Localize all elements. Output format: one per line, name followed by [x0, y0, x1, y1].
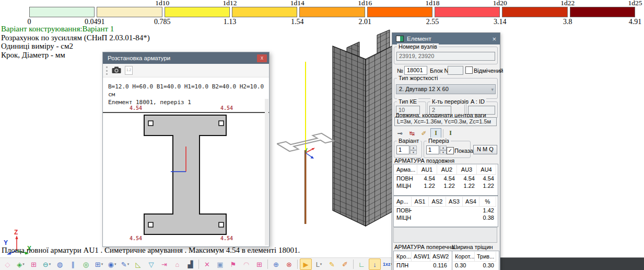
axis-z-label: Z	[14, 229, 18, 236]
axes-icon[interactable]: ∟	[356, 258, 368, 270]
section-drawing: 4.54 4.54 4.54 4.54	[103, 98, 269, 246]
variant-spinner[interactable]: 1 ▲ ▼	[396, 145, 417, 154]
section-value[interactable]: 1	[426, 145, 439, 154]
rebar-as-table: Ар...AS1AS2AS3AS4%ПОВН1.42МІЦН0.38	[393, 196, 498, 227]
frame-icon[interactable]: ⌂	[171, 258, 183, 270]
table-cell	[429, 214, 446, 221]
units-line: Одиниці виміру - см2	[1, 42, 150, 51]
sections-count-label: К-ть перерізів	[430, 98, 470, 105]
scale-swatch: 1d100.785	[97, 7, 162, 17]
scale-diameter-label: 1d18	[425, 0, 439, 7]
report-page-icon[interactable]: 1.2	[125, 66, 133, 75]
scale-diameter-label: 1d22	[560, 0, 575, 7]
close-icon[interactable]: ×	[492, 35, 496, 43]
delete-icon[interactable]: ✕	[201, 258, 213, 270]
scale-diameter-label: 1d10	[155, 0, 169, 7]
export-icon[interactable]: ⇥	[158, 258, 170, 270]
spin-down-icon[interactable]: ▼	[440, 150, 447, 155]
parallel-lines-icon[interactable]: ∥	[67, 258, 79, 270]
scale-swatch: 1d182.55	[367, 7, 432, 17]
ibeam-section2-icon[interactable]: I	[445, 128, 456, 138]
model-3d-view[interactable]	[277, 29, 405, 233]
table-header-cell: AU4	[477, 165, 496, 175]
zoom-in-icon[interactable]: ⊕	[270, 258, 282, 270]
table-cell: МІЦН	[394, 182, 417, 189]
table-cell: 4.54	[437, 175, 457, 182]
marked-label: Відмічений	[474, 68, 503, 74]
rebar-point	[148, 222, 153, 227]
stiffness-value: 2. Двутавр 12 X 60	[399, 86, 449, 92]
explode-arrows-icon[interactable]: ↹	[406, 128, 417, 138]
node-snap-icon[interactable]: ◈▾	[15, 258, 27, 270]
dialog-toolbar: 1.2	[103, 64, 269, 77]
element-number-input[interactable]: 18001	[404, 66, 427, 75]
table-header-cell: Кро...	[394, 252, 412, 262]
mesh-icon[interactable]: ⊞▾	[93, 258, 105, 270]
target-icon[interactable]: ◎	[80, 258, 92, 270]
variant-value[interactable]: 1	[396, 145, 409, 154]
camera-icon[interactable]	[112, 66, 121, 75]
nodes-group-label: Номери вузлів	[397, 43, 439, 50]
table-cell	[446, 214, 463, 221]
polygon-select-icon[interactable]: ◇	[2, 258, 14, 270]
scale-boundary-value: 1.54	[291, 18, 304, 26]
ibeam-shape	[144, 115, 226, 234]
section-spinner[interactable]: 1 ▲ ▼	[426, 145, 447, 154]
toolbar-separator	[297, 260, 298, 269]
arc-icon[interactable]: ◠	[240, 258, 252, 270]
show-checkbox[interactable]: ✓	[447, 147, 454, 154]
table-cell	[463, 207, 479, 214]
panel-titlebar[interactable]: Елемент ×	[392, 33, 500, 44]
close-icon[interactable]: x	[257, 54, 267, 62]
draw-icon[interactable]: ✎▾	[119, 258, 131, 270]
down-arrow-icon[interactable]: ↓	[369, 258, 381, 270]
empty-info-box	[393, 227, 497, 243]
brush-icon[interactable]: ▟	[184, 258, 196, 270]
table-cell: ПЛН	[394, 262, 412, 269]
grid-table-icon[interactable]: ⊞	[28, 258, 40, 270]
label-L-icon[interactable]: L▾	[313, 258, 325, 270]
rebar-point	[219, 222, 224, 227]
corner-value: 4.54	[220, 235, 233, 241]
element-info-icon[interactable]: ◉▾	[106, 258, 118, 270]
table-header-cell: ASW1	[412, 252, 430, 262]
scale-diameter-label: 1d14	[290, 0, 305, 7]
number-label: №	[397, 68, 403, 74]
polyline-icon[interactable]: ◺	[132, 258, 144, 270]
ibeam-section-icon[interactable]: I	[430, 128, 441, 138]
dialog-scroll-strip[interactable]	[265, 99, 268, 245]
table-cell: 0.30	[475, 262, 496, 269]
scale-boundary-value: 0.785	[154, 18, 171, 26]
table-header-cell: AS1	[412, 197, 429, 207]
table-header-cell: %	[479, 197, 496, 207]
pencil-icon[interactable]: ✎	[326, 258, 338, 270]
fence-icon[interactable]: ⊞	[253, 258, 265, 270]
spin-down-icon[interactable]: ▼	[410, 150, 417, 155]
box-icon[interactable]: ▣	[214, 258, 226, 270]
stiffness-combobox[interactable]: 2. Двутавр 12 X 60 ▾	[396, 84, 496, 94]
scale-swatch: 1d141.54	[232, 7, 297, 17]
dialog-titlebar[interactable]: Розстановка арматури x	[103, 52, 269, 64]
marker-icon[interactable]: ✐	[339, 258, 351, 270]
remove-node-icon[interactable]: ⊖▾	[41, 258, 53, 270]
zoom-cancel-icon[interactable]: ⊗	[283, 258, 295, 270]
spin-up-icon[interactable]: ▲	[440, 145, 447, 150]
filter-icon[interactable]: ▽	[145, 258, 157, 270]
block-input[interactable]	[448, 66, 463, 75]
transverse-rebar-label: АРМАТУРА поперечна	[394, 244, 454, 250]
bar-node-icon[interactable]: ⊸	[394, 128, 405, 138]
scale-swatch: 1d203.14	[435, 7, 500, 17]
nmq-button[interactable]: N M Q	[473, 145, 497, 154]
flag-icon[interactable]: ⚑	[227, 258, 239, 270]
chevron-down-icon: ▾	[491, 85, 494, 94]
toolbar-separator	[353, 260, 354, 269]
flashlight-icon[interactable]: ▶	[300, 258, 312, 270]
hammer-icon[interactable]: ✐	[418, 128, 429, 138]
drag-handle-icon[interactable]	[106, 66, 108, 75]
mesh-column[interactable]	[333, 43, 399, 226]
table-header-cell: AS2	[429, 197, 446, 207]
table-cell: ПОВН	[394, 207, 412, 214]
spin-up-icon[interactable]: ▲	[410, 145, 417, 150]
marked-checkbox[interactable]	[465, 66, 473, 74]
split-view-icon[interactable]: ◍	[54, 258, 66, 270]
